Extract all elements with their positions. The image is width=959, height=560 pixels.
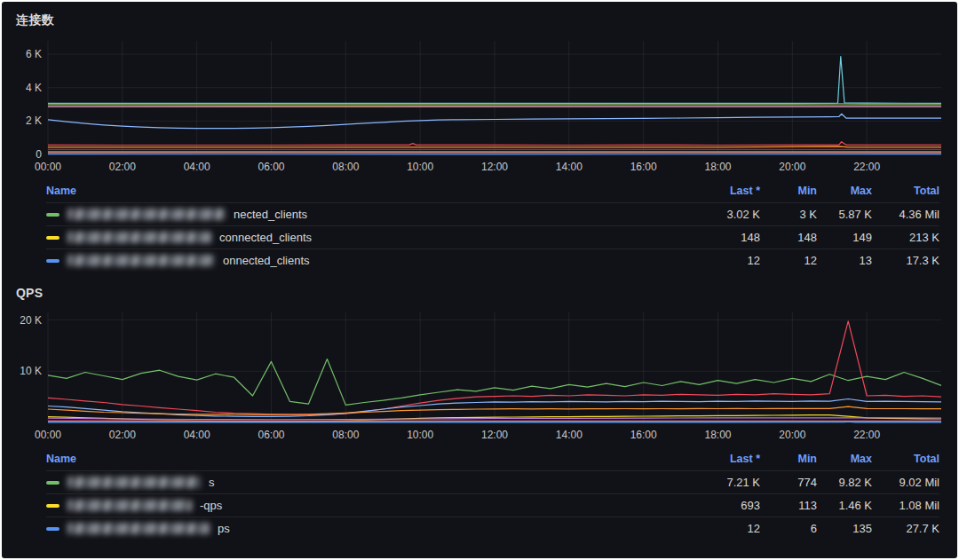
legend-value-total: 9.02 Mil	[872, 476, 939, 489]
legend-value-last: 148	[662, 231, 760, 244]
series-name-cell[interactable]: onnected_clients	[46, 254, 662, 267]
connections-time-series-chart[interactable]: 00:0002:0004:0006:0008:0010:0012:0014:00…	[14, 35, 945, 177]
series-name-cell[interactable]: connected_clients	[46, 231, 662, 244]
x-axis-tick-label: 14:00	[556, 429, 583, 441]
legend-column-min[interactable]: Min	[760, 185, 817, 197]
x-axis-tick-label: 04:00	[184, 429, 210, 441]
panel-qps: QPS 00:0002:0004:0006:0008:0010:0012:001…	[2, 275, 957, 543]
legend-value-min: 12	[760, 254, 817, 267]
y-axis-tick-label: 0	[36, 148, 42, 161]
grafana-dashboard: 连接数 00:0002:0004:0006:0008:0010:0012:001…	[0, 0, 959, 560]
x-axis-tick-label: 04:00	[184, 161, 210, 173]
legend-value-max: 13	[817, 254, 872, 267]
legend-series-row[interactable]: connected_clients148148149213 K	[46, 225, 939, 248]
legend-column-max[interactable]: Max	[817, 453, 872, 465]
x-axis-tick-label: 20:00	[779, 429, 805, 441]
x-axis-tick-label: 06:00	[258, 429, 284, 441]
redacted-series-name	[67, 209, 226, 220]
legend-column-total[interactable]: Total	[872, 185, 939, 197]
series-line-qps-blue	[48, 422, 941, 422]
legend-header-row: NameLast *MinMaxTotal	[46, 179, 939, 202]
legend-value-total: 27.7 K	[872, 522, 939, 535]
x-axis-tick-label: 12:00	[481, 161, 508, 173]
x-axis-tick-label: 02:00	[109, 429, 136, 441]
legend-header-row: NameLast *MinMaxTotal	[46, 447, 939, 470]
x-axis-tick-label: 00:00	[35, 429, 61, 441]
connections-legend-table: NameLast *MinMaxTotalnected_clients3.02 …	[46, 179, 939, 272]
legend-column-max[interactable]: Max	[817, 185, 872, 197]
x-axis-tick-label: 06:00	[258, 161, 284, 173]
series-color-icon	[46, 259, 59, 263]
x-axis-tick-label: 16:00	[630, 161, 657, 173]
x-axis-tick-label: 18:00	[704, 429, 731, 441]
series-name-cell[interactable]: ps	[46, 522, 662, 535]
x-axis-tick-label: 22:00	[853, 161, 880, 173]
legend-column-last[interactable]: Last *	[662, 185, 760, 197]
legend-series-row[interactable]: nected_clients3.02 K3 K5.87 K4.36 Mil	[46, 202, 939, 225]
legend-value-total: 17.3 K	[872, 254, 939, 267]
legend-value-min: 6	[760, 522, 817, 535]
legend-value-min: 113	[760, 499, 817, 512]
y-axis-tick-label: 4 K	[26, 82, 42, 94]
redacted-series-name	[67, 232, 211, 243]
series-color-icon	[46, 481, 59, 485]
legend-value-last: 12	[662, 254, 760, 267]
legend-value-max: 135	[817, 522, 872, 535]
time-series-plot[interactable]: 00:0002:0004:0006:0008:0010:0012:0014:00…	[14, 307, 948, 446]
legend-series-row[interactable]: onnected_clients12121317.3 K	[46, 248, 939, 272]
y-axis-tick-label: 10 K	[20, 365, 42, 377]
series-color-icon	[46, 236, 59, 240]
series-name-suffix: -qps	[200, 499, 222, 512]
legend-value-total: 213 K	[872, 231, 939, 244]
legend-value-max: 1.46 K	[817, 499, 872, 512]
redacted-series-name	[67, 500, 192, 511]
legend-value-min: 3 K	[760, 208, 817, 221]
series-name-suffix: connected_clients	[219, 231, 312, 244]
legend-series-row[interactable]: s7.21 K7749.82 K9.02 Mil	[46, 470, 939, 493]
panel-title-qps: QPS	[16, 286, 945, 300]
qps-time-series-chart[interactable]: 00:0002:0004:0006:0008:0010:0012:0014:00…	[14, 307, 945, 446]
legend-value-last: 7.21 K	[662, 476, 760, 489]
x-axis-tick-label: 16:00	[630, 429, 657, 441]
series-name-cell[interactable]: -qps	[46, 499, 662, 512]
series-color-icon	[46, 527, 59, 531]
x-axis-tick-label: 00:00	[35, 161, 61, 173]
series-line-clients-orange	[48, 146, 941, 147]
x-axis-tick-label: 14:00	[556, 161, 583, 173]
redacted-series-name	[67, 523, 210, 534]
legend-column-min[interactable]: Min	[760, 453, 817, 465]
legend-series-row[interactable]: -qps6931131.46 K1.08 Mil	[46, 493, 939, 517]
series-name-suffix: s	[209, 476, 215, 489]
legend-series-row[interactable]: ps12613527.7 K	[46, 517, 939, 540]
x-axis-tick-label: 18:00	[704, 161, 731, 173]
legend-value-max: 5.87 K	[817, 208, 872, 221]
y-axis-tick-label: 2 K	[26, 114, 42, 127]
time-series-plot[interactable]: 00:0002:0004:0006:0008:0010:0012:0014:00…	[14, 35, 948, 177]
series-color-icon	[46, 213, 59, 217]
legend-column-last[interactable]: Last *	[662, 453, 760, 465]
x-axis-tick-label: 10:00	[407, 429, 433, 441]
redacted-series-name	[67, 477, 201, 488]
legend-value-last: 3.02 K	[662, 208, 760, 221]
legend-value-total: 1.08 Mil	[872, 499, 939, 512]
x-axis-tick-label: 20:00	[779, 161, 805, 173]
series-name-suffix: ps	[218, 522, 230, 535]
legend-column-name[interactable]: Name	[46, 185, 662, 197]
series-name-cell[interactable]: s	[46, 476, 662, 489]
legend-value-min: 774	[760, 476, 817, 489]
panel-connections: 连接数 00:0002:0004:0006:0008:0010:0012:001…	[2, 2, 957, 275]
qps-legend-table: NameLast *MinMaxTotals7.21 K7749.82 K9.0…	[46, 447, 939, 540]
legend-column-name[interactable]: Name	[46, 453, 662, 465]
series-name-suffix: onnected_clients	[223, 254, 310, 267]
legend-value-total: 4.36 Mil	[872, 208, 939, 221]
series-name-cell[interactable]: nected_clients	[46, 208, 662, 221]
legend-value-max: 149	[817, 231, 872, 244]
panel-title-connections: 连接数	[16, 12, 945, 28]
legend-value-last: 12	[662, 522, 760, 535]
y-axis-tick-label: 6 K	[26, 48, 42, 60]
x-axis-tick-label: 08:00	[332, 429, 359, 441]
y-axis-tick-label: 20 K	[20, 314, 42, 327]
legend-value-max: 9.82 K	[817, 476, 872, 489]
legend-column-total[interactable]: Total	[872, 453, 939, 465]
legend-value-last: 693	[662, 499, 760, 512]
